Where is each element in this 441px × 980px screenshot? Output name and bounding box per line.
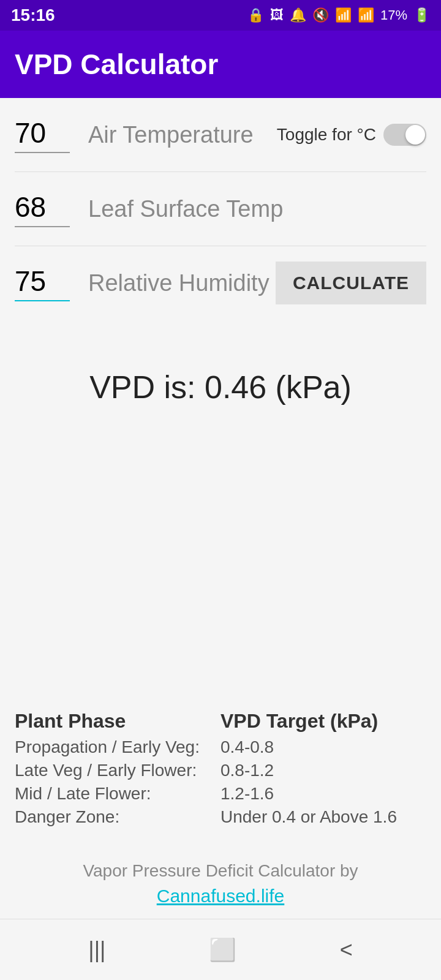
ref-phase-header: Plant Phase	[15, 710, 221, 733]
status-time: 15:16	[11, 6, 55, 25]
main-content: Air Temperature Toggle for °C Leaf Surfa…	[0, 98, 441, 692]
humidity-input[interactable]	[15, 265, 70, 301]
toggle-knob	[405, 125, 425, 145]
ref-value-0: 0.4-0.8	[221, 737, 426, 757]
ref-phase-0: Propagation / Early Veg:	[15, 737, 221, 757]
recent-apps-icon[interactable]: |||	[76, 931, 118, 969]
air-temp-input[interactable]	[15, 116, 70, 153]
humidity-row: Relative Humidity CALCULATE	[15, 258, 426, 307]
air-temp-row: Air Temperature Toggle for °C	[15, 110, 426, 159]
calculate-button[interactable]: CALCULATE	[276, 262, 426, 304]
footer-link[interactable]: Cannafused.life	[157, 886, 284, 906]
battery-percent: 17%	[380, 7, 407, 23]
ref-value-1: 0.8-1.2	[221, 761, 426, 780]
ref-value-2: 1.2-1.6	[221, 784, 426, 804]
divider-1	[15, 172, 426, 172]
app-title: VPD Calculator	[15, 48, 218, 81]
humidity-label: Relative Humidity	[88, 270, 276, 296]
leaf-temp-row: Leaf Surface Temp	[15, 184, 426, 233]
vpd-result-text: VPD is: 0.46 (kPa)	[89, 369, 352, 405]
ref-target-header: VPD Target (kPa)	[221, 710, 426, 733]
ref-data-row: Late Veg / Early Flower:0.8-1.2	[15, 761, 426, 780]
mute-icon: 🔇	[312, 7, 329, 23]
image-icon: 🖼	[270, 7, 284, 23]
lock-icon: 🔒	[247, 7, 264, 23]
back-icon[interactable]: <	[328, 931, 365, 969]
air-temp-label: Air Temperature	[88, 122, 277, 148]
celsius-toggle[interactable]	[383, 124, 426, 146]
footer-text: Vapor Pressure Deficit Calculator by	[12, 861, 429, 881]
leaf-temp-input[interactable]	[15, 190, 70, 227]
ref-data-row: Mid / Late Flower:1.2-1.6	[15, 784, 426, 804]
status-bar: 15:16 🔒 🖼 🔔 🔇 📶 📶 17% 🔋	[0, 0, 441, 31]
vpd-result-area: VPD is: 0.46 (kPa)	[15, 320, 426, 454]
ref-header-row: Plant Phase VPD Target (kPa)	[15, 710, 426, 733]
ref-phase-1: Late Veg / Early Flower:	[15, 761, 221, 780]
celsius-toggle-container: Toggle for °C	[277, 124, 426, 146]
app-bar: VPD Calculator	[0, 31, 441, 98]
battery-icon: 🔔	[290, 7, 306, 23]
celsius-toggle-label: Toggle for °C	[277, 125, 376, 145]
wifi-icon: 📶	[335, 7, 352, 23]
footer: Vapor Pressure Deficit Calculator by Can…	[0, 843, 441, 919]
signal-icon: 📶	[358, 7, 374, 23]
leaf-temp-label: Leaf Surface Temp	[88, 196, 426, 222]
status-icons: 🔒 🖼 🔔 🔇 📶 📶 17% 🔋	[247, 7, 430, 23]
nav-bar: ||| ⬜ <	[0, 919, 441, 980]
battery-icon-2: 🔋	[413, 7, 430, 23]
reference-table: Plant Phase VPD Target (kPa) Propagation…	[0, 692, 441, 843]
divider-2	[15, 246, 426, 246]
ref-phase-2: Mid / Late Flower:	[15, 784, 221, 804]
ref-value-3: Under 0.4 or Above 1.6	[221, 807, 426, 827]
home-icon[interactable]: ⬜	[197, 931, 249, 969]
ref-data-row: Propagation / Early Veg:0.4-0.8	[15, 737, 426, 757]
ref-phase-3: Danger Zone:	[15, 807, 221, 827]
ref-data-row: Danger Zone:Under 0.4 or Above 1.6	[15, 807, 426, 827]
ref-rows-container: Propagation / Early Veg:0.4-0.8Late Veg …	[15, 737, 426, 827]
